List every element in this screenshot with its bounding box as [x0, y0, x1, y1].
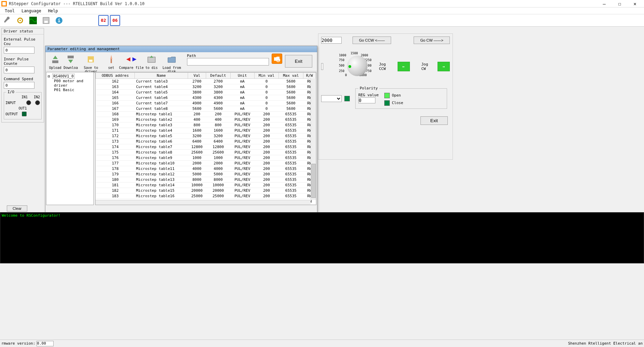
toolbtn-digit-06[interactable]: 06 — [110, 15, 120, 26]
toolbtn-scope-icon[interactable] — [27, 15, 39, 26]
maximize-button[interactable]: ☐ — [612, 0, 627, 7]
table-row[interactable]: 166Current table749004900mA05600RW — [96, 101, 316, 106]
table-row[interactable]: 163Current table432003200mA05600RW — [96, 84, 316, 90]
ext-pulse-input[interactable] — [4, 47, 34, 54]
compare-file-button[interactable]: Compare file — [119, 54, 144, 70]
inner-pulse-input[interactable] — [4, 67, 34, 73]
grid-cell: 25000 — [188, 193, 206, 199]
grid-cell: 180 — [96, 177, 135, 183]
dialog-exit-button[interactable]: Exit — [285, 55, 312, 68]
param-tree[interactable]: ⊟ RS400V1_0 P00 motor and driver P01 Bas… — [46, 72, 94, 205]
go-ccw-button[interactable]: Go CCW <—— — [353, 37, 391, 44]
polarity-select[interactable] — [321, 95, 342, 102]
table-row[interactable]: 170Microstep table3800800PUL/REV20065535… — [96, 122, 316, 128]
close-button[interactable]: ✕ — [627, 0, 643, 7]
table-row[interactable]: 173Microstep table664006400PUL/REV200655… — [96, 139, 316, 144]
table-row[interactable]: 181Microstep table141000010000PUL/REV200… — [96, 183, 316, 188]
grid-cell: 200 — [254, 117, 278, 122]
table-row[interactable]: 164Current table538003800mA05600RW — [96, 90, 316, 95]
grid-cell: 200 — [254, 144, 278, 150]
in1-label: IN1 — [22, 95, 28, 99]
svg-text:i: i — [58, 18, 60, 23]
path-input[interactable] — [187, 58, 269, 66]
table-row[interactable]: 182Microstep table152000020000PUL/REV200… — [96, 188, 316, 193]
toolbtn-save-icon[interactable] — [40, 15, 52, 26]
menu-tool[interactable]: Tool — [1, 8, 18, 14]
grid-cell: 5600 — [279, 101, 303, 106]
table-row[interactable]: 162Current table327002700mA05600RW — [96, 79, 316, 84]
table-row[interactable]: 183Microstep table162500025000PUL/REV200… — [96, 193, 316, 199]
jog-cw-button[interactable]: → — [438, 62, 450, 71]
upload-button[interactable]: Upload — [47, 54, 63, 70]
minimize-button[interactable]: — — [597, 0, 612, 7]
grid-cell: 183 — [96, 193, 135, 199]
cmd-speed-label: Command Speed — [4, 77, 42, 81]
reg-value-input[interactable] — [358, 97, 375, 103]
table-row[interactable]: 171Microstep table416001600PUL/REV200655… — [96, 128, 316, 133]
partial-input[interactable] — [321, 63, 323, 70]
grid-cell: 25600 — [188, 150, 206, 155]
set-button[interactable]: set — [103, 54, 119, 70]
table-row[interactable]: 169Microstep table2400400PUL/REV20065535… — [96, 117, 316, 122]
table-row[interactable]: 175Microstep table82560025600PUL/REV2006… — [96, 150, 316, 155]
jog-ccw-button[interactable]: ← — [398, 62, 410, 71]
grid-cell: 200 — [254, 128, 278, 133]
param-grid[interactable]: ODBUS addresNameValDefaultUnitMin valMax… — [95, 72, 316, 205]
grid-header[interactable]: Name — [135, 73, 188, 79]
grid-header[interactable]: Min val — [254, 73, 278, 79]
cmd-speed-input[interactable] — [4, 82, 34, 89]
download-button[interactable]: Downloa — [63, 54, 79, 70]
table-row[interactable]: 179Microstep table1250005000PUL/REV20065… — [96, 172, 316, 177]
grid-cell: 5600 — [279, 95, 303, 101]
toolbtn-wrench-icon[interactable] — [1, 15, 13, 26]
menu-language[interactable]: Language — [18, 8, 45, 14]
grid-cell: Current table6 — [135, 95, 188, 101]
table-row[interactable]: 177Microstep table1020002000PUL/REV20065… — [96, 161, 316, 166]
table-row[interactable]: 178Microstep table1140004000PUL/REV20065… — [96, 166, 316, 172]
save-to-driver-button[interactable]: Save to driver — [78, 54, 103, 73]
grid-header[interactable]: Unit — [230, 73, 254, 79]
jog-cw-label: Jog CW — [421, 62, 435, 71]
grid-cell: 12800 — [188, 144, 206, 150]
to-disk-button[interactable]: to dis — [144, 54, 159, 70]
panel-exit-button[interactable]: Exit — [420, 116, 448, 125]
tree-item-p00[interactable]: P00 motor and driver — [54, 79, 92, 88]
grid-cell: 182 — [96, 188, 135, 193]
table-row[interactable]: 174Microstep table71280012800PUL/REV2006… — [96, 144, 316, 150]
grid-cell: 5600 — [279, 79, 303, 84]
svg-rect-13 — [111, 59, 112, 63]
grid-cell: Microstep table15 — [135, 188, 188, 193]
menu-help[interactable]: Help — [45, 8, 61, 14]
grid-cell: Microstep table4 — [135, 128, 188, 133]
table-row[interactable]: 172Microstep table532003200PUL/REV200655… — [96, 133, 316, 139]
grid-header[interactable]: R/W — [303, 73, 316, 79]
go-cw-button[interactable]: Go CW ——> — [414, 37, 450, 44]
table-row[interactable]: 168Microstep table1200200PUL/REV20065535… — [96, 112, 316, 117]
jog-value-input[interactable] — [321, 37, 342, 44]
grid-cell: 200 — [254, 122, 278, 128]
toolbtn-info-icon[interactable]: i — [53, 15, 65, 26]
clear-button[interactable]: Clear — [7, 205, 27, 212]
console-output[interactable]: Welcome to RSConfigurator! — [0, 212, 644, 263]
toolbtn-digit-02[interactable]: 02 — [98, 15, 109, 26]
grid-vscrollbar[interactable] — [311, 78, 316, 200]
grid-header[interactable]: Default — [206, 73, 230, 79]
table-row[interactable]: 180Microstep table1380008000PUL/REV20065… — [96, 177, 316, 183]
grid-header[interactable]: Val — [188, 73, 206, 79]
grid-hscrollbar[interactable] — [96, 200, 311, 205]
browse-button[interactable] — [272, 54, 282, 64]
table-row[interactable]: 165Current table643004300mA05600RW — [96, 95, 316, 101]
grid-cell: 65535 — [279, 139, 303, 144]
tree-item-p01[interactable]: P01 Basic — [54, 88, 92, 92]
table-row[interactable]: 167Current table856005600mA05600RW — [96, 106, 316, 112]
load-from-disk-button[interactable]: Load from disk — [159, 54, 184, 73]
tree-root[interactable]: RS400V1_0 — [52, 74, 75, 79]
grid-cell: Microstep table9 — [135, 155, 188, 161]
grid-cell: 1600 — [206, 128, 230, 133]
toolbtn-gear-icon[interactable] — [14, 15, 26, 26]
grid-cell: 5600 — [279, 84, 303, 90]
table-row[interactable]: 176Microstep table910001000PUL/REV200655… — [96, 155, 316, 161]
grid-header[interactable]: ODBUS addres — [96, 73, 135, 79]
grid-header[interactable]: Max val — [279, 73, 303, 79]
speed-knob[interactable] — [347, 56, 368, 76]
